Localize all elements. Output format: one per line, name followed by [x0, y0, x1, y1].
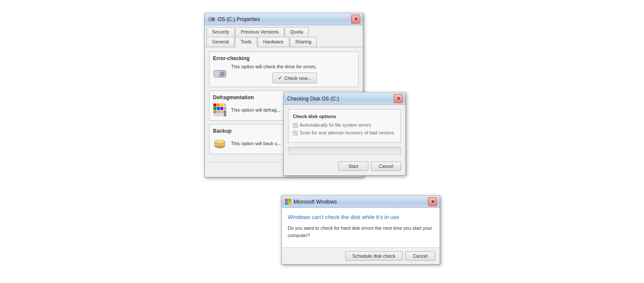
svg-rect-20	[224, 103, 226, 107]
error-checking-section: Error-checking This option will check th…	[209, 52, 358, 87]
check-icon: ✔	[278, 75, 283, 81]
bad-sectors-label: Scan for and attempt recovery of bad sec…	[300, 130, 394, 135]
checkbox-fix-errors-row: Automatically fix file system errors	[293, 122, 396, 128]
svg-rect-21	[224, 107, 226, 110]
svg-rect-17	[213, 110, 216, 113]
svg-rect-19	[220, 110, 223, 113]
disk-check-progress-bar	[288, 147, 401, 155]
tab-hardware[interactable]: Hardware	[258, 37, 289, 47]
svg-rect-4	[212, 20, 214, 21]
ms-windows-body: Do you want to check for hard disk error…	[288, 225, 434, 239]
start-button[interactable]: Start	[338, 161, 368, 171]
drive-title-icon	[208, 16, 215, 23]
ms-windows-titlebar: Microsoft Windows ✕	[282, 196, 440, 208]
checking-disk-title: Checking Disk OS (C:)	[287, 96, 339, 102]
error-checking-description: This option will check the drive for err…	[231, 64, 317, 69]
tab-quota[interactable]: Quota	[285, 27, 309, 37]
ms-windows-cancel-button[interactable]: Cancel	[405, 251, 435, 261]
svg-rect-23	[213, 114, 223, 116]
checking-disk-dialog: Checking Disk OS (C:) ✕ Check disk optio…	[283, 92, 406, 176]
svg-point-10	[215, 73, 216, 74]
ms-windows-title: Microsoft Windows	[294, 199, 337, 205]
check-options-title: Check disk options	[293, 114, 396, 119]
fix-errors-checkbox[interactable]	[293, 123, 298, 128]
svg-rect-15	[217, 107, 220, 110]
fix-errors-label: Automatically fix file system errors	[300, 122, 371, 128]
bad-sectors-checkbox[interactable]	[293, 131, 298, 136]
checking-disk-cancel-button[interactable]: Cancel	[371, 161, 401, 171]
os-properties-titlebar: OS (C:) Properties ✕	[205, 13, 363, 25]
os-properties-close-button[interactable]: ✕	[351, 15, 360, 24]
tab-tools[interactable]: Tools	[235, 37, 257, 47]
svg-point-3	[213, 19, 213, 20]
defrag-icon	[213, 103, 227, 117]
svg-rect-30	[285, 202, 288, 205]
svg-rect-22	[224, 110, 226, 116]
ms-windows-footer: Schedule disk check Cancel	[282, 247, 440, 264]
tab-row-1: Security Previous Versions Quota	[207, 27, 361, 37]
ms-windows-heading: Windows can't check the disk while it's …	[288, 214, 434, 220]
svg-rect-14	[213, 107, 216, 110]
ms-windows-close-button[interactable]: ✕	[428, 197, 437, 206]
check-options-group: Check disk options Automatically fix fil…	[288, 109, 401, 143]
backup-icon	[213, 137, 227, 150]
svg-rect-6	[214, 71, 219, 77]
tab-row-2: General Tools Hardware Sharing	[207, 37, 361, 47]
svg-rect-12	[217, 103, 220, 107]
svg-rect-16	[220, 107, 223, 110]
svg-rect-11	[213, 103, 216, 107]
svg-rect-1	[209, 18, 211, 21]
tab-sharing[interactable]: Sharing	[290, 37, 317, 47]
checking-disk-footer: Start Cancel	[284, 159, 405, 175]
svg-rect-28	[285, 199, 288, 202]
schedule-disk-check-button[interactable]: Schedule disk check	[345, 251, 403, 261]
checking-disk-close-button[interactable]: ✕	[394, 94, 403, 103]
checkbox-bad-sectors-row: Scan for and attempt recovery of bad sec…	[293, 130, 396, 136]
tab-bar-outer: Security Previous Versions Quota General…	[205, 25, 363, 47]
svg-rect-18	[217, 110, 220, 113]
svg-point-8	[222, 73, 223, 74]
checking-disk-titlebar: Checking Disk OS (C:) ✕	[284, 93, 405, 105]
check-now-button[interactable]: ✔ Check now...	[272, 73, 317, 83]
error-checking-title: Error-checking	[213, 55, 355, 61]
svg-rect-29	[289, 199, 292, 202]
ms-windows-dialog: Microsoft Windows ✕ Windows can't check …	[281, 195, 440, 265]
os-properties-title: OS (C:) Properties	[218, 16, 260, 22]
svg-rect-9	[219, 76, 223, 76]
svg-rect-13	[220, 103, 223, 107]
tab-security[interactable]: Security	[207, 27, 235, 37]
windows-logo-icon	[285, 199, 291, 205]
error-checking-icon	[213, 67, 227, 81]
tab-previous-versions[interactable]: Previous Versions	[235, 27, 284, 37]
ms-windows-content: Windows can't check the disk while it's …	[282, 208, 440, 247]
tab-general[interactable]: General	[207, 37, 234, 47]
svg-rect-31	[289, 202, 292, 205]
svg-point-27	[216, 140, 223, 142]
